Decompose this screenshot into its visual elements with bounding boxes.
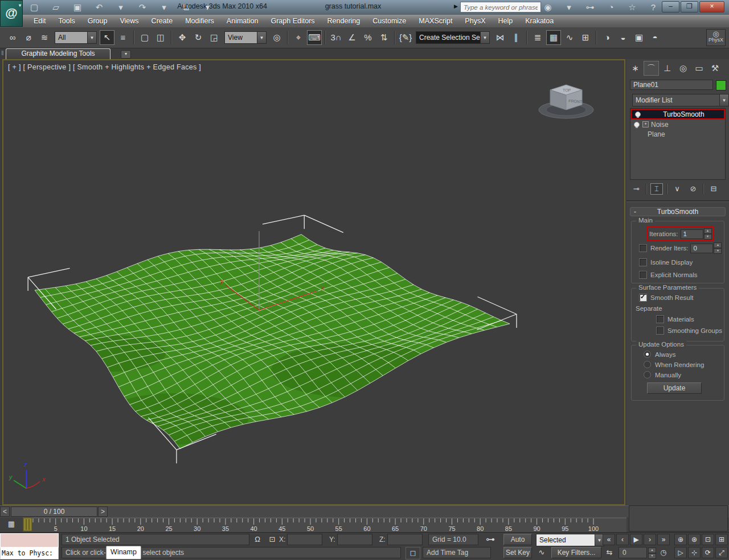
redo-dropdown-icon[interactable]: ▾ xyxy=(157,0,171,15)
material-editor-icon[interactable]: ◑ xyxy=(600,30,615,45)
keyboard-shortcut-override-icon[interactable]: ⌨ xyxy=(307,30,322,45)
x-coordinate-field[interactable] xyxy=(287,534,322,545)
add-time-tag[interactable]: Add Time Tag xyxy=(423,547,491,558)
frame-spinner[interactable]: ▲▼ xyxy=(648,547,656,559)
menu-item-help[interactable]: Help xyxy=(492,17,519,25)
menu-item-graph-editors[interactable]: Graph Editors xyxy=(264,17,321,25)
zoom-extents-all-icon[interactable]: ⊞ xyxy=(715,534,728,545)
select-and-move-icon[interactable]: ✥ xyxy=(175,30,190,45)
show-end-result-icon[interactable]: ⌶ xyxy=(650,183,663,195)
key-mode-toggle-icon[interactable]: ⇆ xyxy=(603,547,616,558)
auto-key-key-icon[interactable]: ⊶ xyxy=(482,534,499,545)
object-name-field[interactable]: Plane01 xyxy=(630,80,713,90)
stack-item-noise[interactable]: + Noise xyxy=(630,120,725,129)
new-key-curve-icon[interactable]: ∿ xyxy=(534,547,549,558)
schematic-view-icon[interactable]: ⊞ xyxy=(578,30,593,45)
time-slider-value[interactable]: 0 / 100 xyxy=(11,507,97,517)
communication-center-icon[interactable]: ◔ xyxy=(604,0,619,15)
isoline-display-checkbox[interactable] xyxy=(639,258,647,266)
edit-named-selection-sets-icon[interactable]: {✎} xyxy=(398,30,413,45)
infocenter-help-icon[interactable]: ? xyxy=(646,0,661,15)
ribbon-drag-handle[interactable]: ‖ xyxy=(1,50,4,56)
snap-toggle-3d-icon[interactable]: 3∩ xyxy=(329,30,343,45)
menu-item-physx[interactable]: PhysX xyxy=(458,17,492,25)
viewport-label[interactable]: [ + ] [ Perspective ] [ Smooth + Highlig… xyxy=(8,63,201,71)
tab-graphite-modeling-tools[interactable]: Graphite Modeling Tools xyxy=(6,48,110,59)
search-binoculars-icon[interactable]: ◉ xyxy=(540,0,555,15)
time-configuration-icon[interactable]: ◷ xyxy=(657,547,670,558)
tab-motion-icon[interactable]: ◎ xyxy=(675,61,691,76)
render-setup-icon[interactable]: ◒ xyxy=(616,30,630,45)
align-icon[interactable]: ∥ xyxy=(509,30,523,45)
perspective-viewport[interactable]: xyzyx [ + ] [ Perspective ] [ Smooth + H… xyxy=(2,59,625,505)
object-color-swatch[interactable] xyxy=(716,80,726,90)
iterations-field[interactable]: 1 xyxy=(681,229,703,239)
smooth-result-checkbox[interactable] xyxy=(639,294,647,302)
orbit-icon[interactable]: ⟳ xyxy=(702,547,714,558)
save-file-icon[interactable]: ▣ xyxy=(70,0,85,15)
timeline-ruler[interactable]: 0510152025303540455055606570758085909510… xyxy=(23,517,626,532)
remove-modifier-icon[interactable]: ⊘ xyxy=(687,183,699,195)
tab-hierarchy-icon[interactable]: ⊥ xyxy=(660,61,675,76)
rendered-frame-window-icon[interactable]: ▣ xyxy=(632,30,646,45)
set-key-mode-dropdown[interactable]: Selected ▼ xyxy=(536,534,604,546)
open-file-icon[interactable]: ▱ xyxy=(48,0,63,15)
undo-dropdown-icon[interactable]: ▾ xyxy=(113,0,128,15)
menu-item-tools[interactable]: Tools xyxy=(52,17,81,25)
time-slider-prev-button[interactable]: < xyxy=(0,507,10,517)
select-object-icon[interactable]: ↖ xyxy=(100,30,114,45)
favorites-star-icon[interactable]: ☆ xyxy=(625,0,640,15)
physx-toolbar-button[interactable]: ◎ PhysX xyxy=(706,29,726,46)
menu-item-rendering[interactable]: Rendering xyxy=(321,17,367,25)
menu-item-modifiers[interactable]: Modifiers xyxy=(179,17,220,25)
graphite-ribbon-toggle-icon[interactable]: ▦ xyxy=(546,30,561,45)
select-and-rotate-icon[interactable]: ↻ xyxy=(191,30,206,45)
stack-item-plane[interactable]: Plane xyxy=(630,129,725,139)
ribbon-minimize-icon[interactable]: ▾ xyxy=(121,50,131,59)
listener-macro-area[interactable] xyxy=(0,533,59,547)
tab-utilities-icon[interactable]: ⚒ xyxy=(707,61,723,76)
key-filters-button[interactable]: Key Filters... xyxy=(551,547,601,558)
close-button[interactable]: × xyxy=(699,1,724,13)
unlink-selection-icon[interactable]: ⌀ xyxy=(21,30,36,45)
minimize-button[interactable]: – xyxy=(662,1,679,13)
rectangular-selection-region-icon[interactable]: ▢ xyxy=(137,30,152,45)
tab-create-icon[interactable]: ∗ xyxy=(628,61,643,76)
expand-icon[interactable]: + xyxy=(642,121,649,127)
rollout-collapse-icon[interactable]: - xyxy=(634,208,636,216)
pin-stack-icon[interactable]: ⊸ xyxy=(630,183,642,195)
menu-item-krakatoa[interactable]: Krakatoa xyxy=(519,17,560,25)
smoothing-groups-checkbox[interactable] xyxy=(656,327,664,335)
field-of-view-icon[interactable]: ▷ xyxy=(674,547,687,558)
zoom-icon[interactable]: ⊕ xyxy=(674,534,687,545)
modifier-visibility-bulb-icon[interactable] xyxy=(635,112,641,117)
reference-coordinate-dropdown[interactable]: View ▼ xyxy=(224,31,267,44)
always-radio[interactable] xyxy=(644,351,651,358)
named-selection-set-combo[interactable]: Create Selection Se ▼ xyxy=(416,31,490,44)
isolate-selection-icon[interactable]: ◻ xyxy=(406,547,420,559)
materials-checkbox[interactable] xyxy=(656,315,664,323)
configure-modifier-sets-icon[interactable]: ⊟ xyxy=(707,183,720,195)
previous-frame-icon[interactable]: ‹ xyxy=(616,534,629,545)
menu-item-customize[interactable]: Customize xyxy=(366,17,412,25)
render-iters-spinner[interactable]: ▲▼ xyxy=(714,242,722,254)
key-login-icon[interactable]: ⊶ xyxy=(583,0,597,15)
maxscript-mini-listener[interactable]: Max to Physc: xyxy=(0,533,59,560)
angle-snap-icon[interactable]: ∠ xyxy=(345,30,359,45)
open-mini-curve-editor-icon[interactable]: ▦ xyxy=(2,518,21,530)
selection-filter-dropdown[interactable]: All ▼ xyxy=(55,31,97,44)
window-crossing-icon[interactable]: ◫ xyxy=(153,30,168,45)
stack-item-turbosmooth[interactable]: TurboSmooth xyxy=(630,109,725,120)
render-production-icon[interactable]: ◓ xyxy=(648,30,662,45)
manually-radio[interactable] xyxy=(644,371,651,378)
mirror-icon[interactable]: ⋈ xyxy=(493,30,507,45)
modifier-list-dropdown[interactable]: Modifier List ▼ xyxy=(632,94,729,106)
time-slider-next-button[interactable]: > xyxy=(98,507,108,517)
select-and-scale-icon[interactable]: ◲ xyxy=(207,30,222,45)
percent-snap-icon[interactable]: % xyxy=(361,30,375,45)
select-and-manipulate-icon[interactable]: ⌖ xyxy=(291,30,306,45)
selection-lock-icon[interactable]: Ω xyxy=(251,534,264,545)
turbosmooth-rollout-header[interactable]: - TurboSmooth xyxy=(630,207,726,216)
modifier-visibility-bulb-icon[interactable] xyxy=(634,122,640,127)
use-pivot-point-icon[interactable]: ◎ xyxy=(269,30,284,45)
